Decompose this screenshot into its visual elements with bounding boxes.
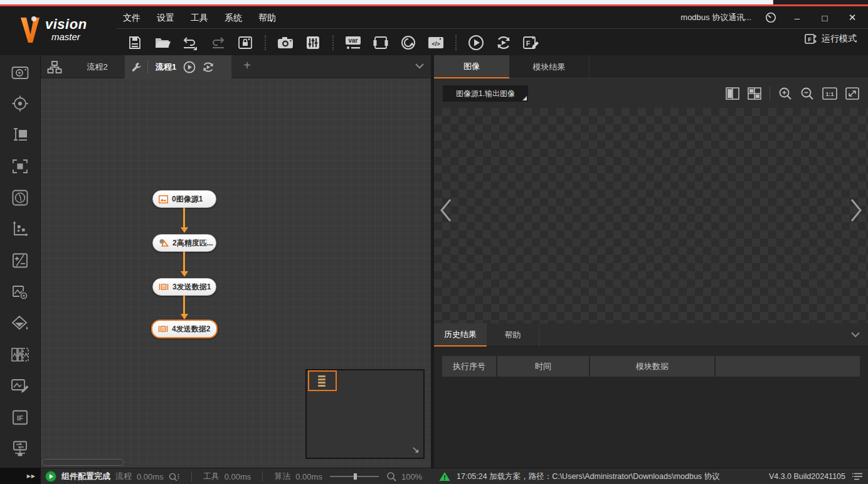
communication-icon[interactable]: [11, 439, 29, 458]
module-io-button[interactable]: [371, 33, 390, 52]
window-title: modbus 协议通讯...: [680, 12, 751, 23]
status-left: 组件配置完成 流程 0.00ms 工具 0.00ms 算法 0.00ms 100…: [45, 468, 422, 484]
image-toolbar: 图像源1.输出图像 1:1: [434, 78, 868, 108]
menu-file[interactable]: 文件: [123, 13, 140, 24]
zoom-in-icon[interactable]: [778, 87, 792, 100]
flow1-run-controls: [183, 60, 215, 74]
open-button[interactable]: [153, 33, 172, 52]
canvas-zoom-slider[interactable]: [330, 473, 379, 480]
canvas-minimap[interactable]: ↘: [305, 369, 425, 459]
col-module-data[interactable]: 模块数据: [590, 356, 714, 377]
minimap-node-mark: [318, 375, 326, 377]
minimap-resize-handle[interactable]: ↘: [411, 444, 420, 455]
if-logic-icon[interactable]: IF: [11, 408, 29, 427]
flow-node-match[interactable]: 2高精度匹...: [152, 234, 216, 252]
status-running-icon: [45, 471, 56, 482]
timer-icon[interactable]: [765, 12, 776, 23]
edit-scheme-button[interactable]: F: [522, 33, 541, 52]
prev-image-chevron-icon[interactable]: [438, 197, 454, 223]
flow-list-icon[interactable]: [47, 60, 62, 74]
script-button[interactable]: </>: [426, 33, 445, 52]
lock-button[interactable]: [236, 33, 255, 52]
background-window-strip: [0, 0, 773, 4]
node-label: 4发送数据2: [172, 324, 210, 335]
calibration-axes-icon[interactable]: [11, 220, 29, 239]
undo-button[interactable]: [181, 33, 199, 52]
zoom-slider-thumb[interactable]: [354, 473, 357, 480]
canvas-h-scrollbar-thumb[interactable]: [42, 459, 124, 466]
menu-settings[interactable]: 设置: [157, 13, 174, 24]
tool-time-label: 工具: [203, 471, 220, 482]
main-toolbar: var </> F: [125, 31, 541, 54]
zoom-out-icon[interactable]: [800, 87, 814, 100]
flow-node-send-data-2[interactable]: 4发送数据2: [151, 320, 218, 338]
toolbar-separator: [455, 35, 457, 50]
flow-node-send-data-1[interactable]: 3发送数据1: [152, 278, 216, 296]
add-flow-button[interactable]: +: [239, 58, 255, 73]
menu-help[interactable]: 帮助: [258, 13, 276, 24]
tab-flow2[interactable]: 流程2: [70, 55, 125, 78]
camera-button[interactable]: [276, 33, 295, 52]
flow-run-once-icon[interactable]: [183, 60, 196, 74]
location-crosshair-icon[interactable]: [11, 94, 29, 113]
split-two-view-icon[interactable]: [726, 87, 739, 100]
zoom-one-to-one-icon[interactable]: 1:1: [822, 87, 837, 100]
recognition-focus-icon[interactable]: [11, 157, 29, 176]
global-variable-button[interactable]: var: [344, 33, 363, 52]
image-process-icon[interactable]: [11, 282, 29, 301]
close-button[interactable]: ✕: [845, 12, 859, 23]
tab-flow1[interactable]: 流程1: [148, 62, 183, 73]
color-fill-icon[interactable]: [11, 314, 29, 333]
menu-tools[interactable]: 工具: [191, 13, 208, 24]
deep-learning-icon[interactable]: [11, 188, 29, 207]
image-edit-icon[interactable]: [11, 377, 29, 395]
run-mode-switch[interactable]: F 运行模式: [804, 33, 857, 45]
sidebar-expand-icon[interactable]: ▶▶: [27, 473, 36, 479]
calculator-icon[interactable]: [11, 251, 29, 270]
light-settings-button[interactable]: [304, 33, 322, 52]
tab-image[interactable]: 图像: [434, 55, 509, 78]
minimize-button[interactable]: –: [790, 13, 804, 23]
flow-run-continuous-icon[interactable]: [201, 60, 215, 74]
next-image-chevron-icon[interactable]: [848, 197, 864, 223]
acquisition-camera-icon[interactable]: [11, 63, 29, 82]
tab-history-result[interactable]: 历史结果: [434, 323, 487, 347]
flow-time-detail-icon[interactable]: [169, 472, 180, 481]
col-time[interactable]: 时间: [497, 356, 589, 377]
col-exec-index[interactable]: 执行序号: [442, 356, 496, 377]
tab-help[interactable]: 帮助: [487, 323, 539, 347]
node-label: 2高精度匹...: [172, 238, 213, 249]
flow-settings-wrench-icon[interactable]: [125, 62, 147, 73]
version-text: V4.3.0 Build20241105: [769, 472, 845, 481]
run-continuous-button[interactable]: [494, 33, 513, 52]
zoom-level-icon: [386, 471, 396, 481]
fit-window-icon[interactable]: [845, 87, 859, 100]
tab-module-result[interactable]: 模块结果: [509, 55, 590, 78]
minimap-viewport[interactable]: [308, 370, 337, 391]
image-display-area[interactable]: [434, 108, 868, 323]
measure-icon[interactable]: [11, 126, 29, 144]
global-trigger-button[interactable]: [399, 33, 418, 52]
split-four-view-icon[interactable]: [748, 87, 761, 100]
menu-system[interactable]: 系统: [225, 13, 242, 24]
run-once-button[interactable]: [467, 33, 485, 52]
tab-flow1-group[interactable]: 流程1: [125, 55, 231, 78]
fn-icon-text: F: [526, 40, 531, 47]
logo-v-icon: [19, 14, 41, 45]
send-data-node-icon: [158, 325, 168, 333]
sidebar-expand-corner[interactable]: ▶▶: [0, 468, 41, 484]
tool-time-value: 0.00ms: [225, 472, 251, 481]
image-source-dropdown[interactable]: 图像源1.输出图像: [443, 85, 528, 102]
canvas-h-scrollbar[interactable]: [42, 459, 428, 466]
redo-button[interactable]: [208, 33, 227, 52]
maximize-button[interactable]: □: [818, 13, 832, 23]
svg-text:</>: </>: [431, 41, 440, 47]
flow-tabs-chevron-down-icon[interactable]: [415, 62, 425, 70]
flow-connector-arrow: [183, 296, 185, 315]
flow-canvas[interactable]: 0图像源1 2高精度匹... 3发送数据1 4发送数据2: [41, 78, 431, 468]
history-collapse-chevron-icon[interactable]: [850, 331, 860, 338]
save-button[interactable]: [125, 33, 144, 52]
log-list-icon[interactable]: [852, 472, 863, 481]
flow-node-image-source[interactable]: 0图像源1: [152, 190, 216, 208]
defect-compare-icon[interactable]: [11, 345, 29, 364]
